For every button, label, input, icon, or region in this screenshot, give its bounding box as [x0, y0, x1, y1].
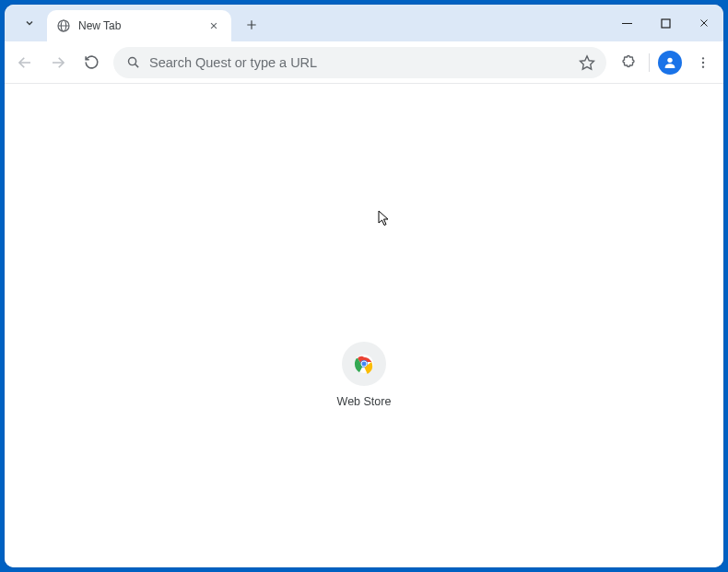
shortcut-tile — [342, 342, 386, 386]
star-icon — [579, 54, 595, 71]
browser-tab[interactable]: New Tab — [47, 10, 231, 41]
arrow-right-icon — [50, 54, 66, 71]
person-icon — [663, 55, 677, 70]
puzzle-icon — [620, 54, 637, 71]
menu-button[interactable] — [688, 48, 718, 77]
new-tab-button[interactable] — [239, 12, 264, 38]
svg-point-18 — [702, 61, 704, 63]
arrow-left-icon — [17, 54, 33, 71]
svg-rect-8 — [662, 19, 670, 28]
toolbar-divider — [649, 53, 650, 72]
svg-line-14 — [135, 64, 139, 68]
svg-point-16 — [667, 57, 672, 62]
forward-button[interactable] — [43, 48, 73, 77]
svg-point-17 — [702, 57, 704, 59]
close-icon — [699, 18, 710, 29]
minimize-button[interactable] — [607, 8, 646, 38]
svg-point-19 — [702, 65, 704, 67]
chrome-logo-icon — [354, 354, 374, 374]
shortcut-web-store[interactable]: Web Store — [313, 342, 415, 408]
profile-button[interactable] — [655, 48, 685, 77]
cursor-icon — [378, 210, 391, 227]
close-icon — [209, 21, 218, 30]
toolbar — [5, 41, 723, 84]
globe-icon — [56, 18, 71, 33]
minimize-icon — [622, 18, 632, 29]
svg-marker-15 — [581, 55, 594, 68]
address-bar[interactable] — [113, 47, 606, 78]
back-button[interactable] — [10, 48, 40, 77]
svg-point-13 — [129, 58, 136, 65]
plus-icon — [245, 18, 258, 31]
search-tabs-button[interactable] — [16, 9, 43, 37]
page-content: Web Store — [5, 84, 723, 567]
close-window-button[interactable] — [685, 8, 723, 38]
search-icon — [126, 55, 140, 69]
bookmark-button[interactable] — [575, 51, 599, 75]
maximize-icon — [661, 18, 671, 29]
reload-button[interactable] — [76, 48, 106, 77]
shortcut-label: Web Store — [337, 395, 392, 408]
address-input[interactable] — [149, 55, 566, 70]
reload-icon — [84, 54, 100, 70]
browser-window: New Tab — [5, 5, 723, 567]
window-controls — [607, 5, 723, 41]
avatar — [658, 51, 682, 75]
maximize-button[interactable] — [646, 8, 685, 38]
tab-close-button[interactable] — [205, 18, 222, 34]
extensions-button[interactable] — [614, 48, 643, 77]
tab-title: New Tab — [78, 19, 198, 32]
title-bar: New Tab — [5, 5, 723, 41]
chevron-down-icon — [24, 18, 35, 29]
kebab-icon — [696, 55, 710, 70]
